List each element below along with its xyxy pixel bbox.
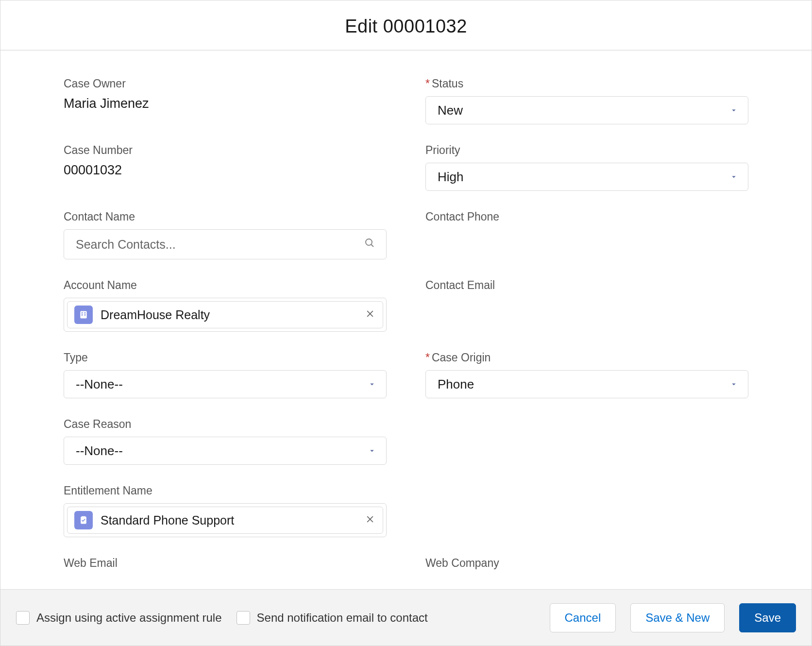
modal-title: Edit 00001032 — [0, 16, 812, 37]
svg-rect-6 — [85, 314, 86, 316]
select-case-reason[interactable]: --None-- — [64, 437, 387, 465]
svg-rect-3 — [82, 312, 83, 314]
assign-rule-checkbox[interactable] — [16, 611, 30, 625]
lookup-contact-placeholder: Search Contacts... — [76, 238, 176, 252]
save-and-new-button[interactable]: Save & New — [630, 603, 725, 632]
select-status[interactable]: New — [425, 96, 748, 124]
select-case-reason-value: --None-- — [76, 443, 123, 459]
svg-rect-10 — [82, 516, 85, 518]
label-case-origin: *Case Origin — [425, 351, 748, 364]
required-star: * — [425, 351, 430, 364]
label-web-company: Web Company — [425, 557, 748, 570]
remove-entitlement-icon[interactable] — [365, 514, 375, 526]
select-case-origin[interactable]: Phone — [425, 370, 748, 398]
pill-account: DreamHouse Realty — [67, 301, 383, 328]
field-type: Type --None-- — [64, 351, 387, 398]
label-case-number: Case Number — [64, 144, 387, 157]
send-email-label: Send notification email to contact — [257, 611, 428, 625]
field-contact-email: Contact Email — [425, 279, 748, 332]
label-entitlement-name: Entitlement Name — [64, 484, 387, 497]
field-case-number: Case Number 00001032 — [64, 144, 387, 191]
send-email-wrap[interactable]: Send notification email to contact — [237, 611, 428, 625]
remove-account-icon[interactable] — [365, 309, 375, 321]
entitlement-icon — [74, 511, 93, 529]
modal-body: Case Owner Maria Jimenez *Status New Cas… — [0, 51, 812, 589]
assign-rule-label: Assign using active assignment rule — [36, 611, 222, 625]
account-icon — [74, 306, 93, 324]
caret-down-icon — [368, 446, 376, 455]
caret-down-icon — [729, 380, 738, 389]
cancel-button[interactable]: Cancel — [550, 603, 616, 632]
value-case-owner: Maria Jimenez — [64, 96, 387, 111]
field-case-origin: *Case Origin Phone — [425, 351, 748, 398]
field-empty — [425, 418, 748, 465]
lookup-entitlement-name[interactable]: Standard Phone Support — [64, 503, 387, 537]
lookup-account-name[interactable]: DreamHouse Realty — [64, 298, 387, 332]
lookup-contact-name[interactable]: Search Contacts... — [64, 229, 387, 259]
field-priority: Priority High — [425, 144, 748, 191]
select-priority-value: High — [438, 170, 463, 185]
label-contact-phone: Contact Phone — [425, 210, 748, 223]
search-icon — [364, 237, 375, 252]
modal-footer: Assign using active assignment rule Send… — [0, 589, 812, 646]
pill-account-label: DreamHouse Realty — [101, 308, 210, 322]
label-type: Type — [64, 351, 387, 364]
label-web-email: Web Email — [64, 557, 387, 570]
pill-entitlement-label: Standard Phone Support — [101, 513, 234, 527]
label-case-owner: Case Owner — [64, 77, 387, 90]
label-priority: Priority — [425, 144, 748, 157]
field-status: *Status New — [425, 77, 748, 124]
edit-case-modal: Edit 00001032 Case Owner Maria Jimenez *… — [0, 0, 812, 646]
select-priority[interactable]: High — [425, 163, 748, 191]
field-contact-phone: Contact Phone — [425, 210, 748, 259]
svg-rect-4 — [85, 312, 86, 314]
select-status-value: New — [438, 103, 463, 118]
select-case-origin-value: Phone — [438, 377, 474, 392]
field-contact-name: Contact Name Search Contacts... — [64, 210, 387, 259]
form-grid: Case Owner Maria Jimenez *Status New Cas… — [64, 77, 748, 576]
label-case-reason: Case Reason — [64, 418, 387, 431]
required-star: * — [425, 77, 430, 90]
field-case-owner: Case Owner Maria Jimenez — [64, 77, 387, 124]
caret-down-icon — [729, 106, 738, 115]
value-case-number: 00001032 — [64, 163, 387, 178]
select-type-value: --None-- — [76, 377, 123, 392]
svg-rect-5 — [82, 314, 83, 316]
field-entitlement-name: Entitlement Name Standard Phone Support — [64, 484, 387, 537]
svg-point-0 — [366, 239, 372, 245]
save-button[interactable]: Save — [739, 603, 796, 632]
label-contact-email: Contact Email — [425, 279, 748, 292]
svg-line-1 — [371, 244, 373, 247]
field-web-company: Web Company — [425, 557, 748, 576]
assign-rule-wrap[interactable]: Assign using active assignment rule — [16, 611, 222, 625]
select-type[interactable]: --None-- — [64, 370, 387, 398]
modal-header: Edit 00001032 — [0, 0, 812, 51]
field-case-reason: Case Reason --None-- — [64, 418, 387, 465]
field-web-email: Web Email — [64, 557, 387, 576]
label-status: *Status — [425, 77, 748, 90]
label-contact-name: Contact Name — [64, 210, 387, 223]
caret-down-icon — [368, 380, 376, 389]
field-empty — [425, 484, 748, 537]
label-account-name: Account Name — [64, 279, 387, 292]
field-account-name: Account Name DreamHouse Realty — [64, 279, 387, 332]
caret-down-icon — [729, 172, 738, 181]
pill-entitlement: Standard Phone Support — [67, 507, 383, 534]
send-email-checkbox[interactable] — [237, 611, 250, 625]
svg-rect-2 — [80, 311, 86, 319]
